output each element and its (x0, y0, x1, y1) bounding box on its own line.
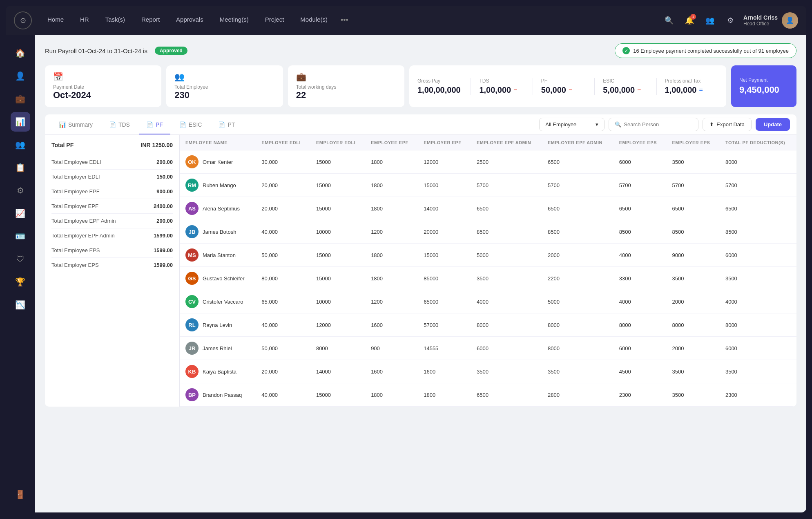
employer-epf-admin: 5700 (542, 174, 613, 197)
employee-eps: 4500 (613, 360, 667, 383)
notification-badge: 1 (690, 14, 696, 20)
employer-edli: 15000 (310, 383, 365, 407)
table-row[interactable]: MS Maria Stanton 50,000 15000 1800 15000… (180, 244, 796, 267)
metrics-card: Gross Pay 1,00,00,000 TDS 1,00,000 − PF (409, 65, 726, 107)
net-payment-label: Net Payment (739, 77, 788, 83)
col-employee-epf: EMPLOYEE EPF (365, 135, 418, 150)
total-pf-deduction: 5700 (720, 174, 796, 197)
summary-row-label: Total Employer EPF Admin (51, 233, 115, 239)
summary-row-label: Total Employer EPF (51, 203, 98, 209)
total-employee-value: 230 (174, 90, 274, 101)
employee-epf: 1600 (365, 313, 418, 337)
employer-eps: 5700 (667, 174, 720, 197)
nav-item-meetings[interactable]: Meeting(s) (212, 13, 256, 28)
data-table-wrap: EMPLOYEE NAME EMPLOYEE EDLI EMPLOYER EDL… (180, 135, 796, 407)
sidebar-item-logout[interactable]: 🚪 (11, 485, 30, 504)
sidebar-item-reports[interactable]: 📈 (11, 204, 30, 223)
professional-tax-label: Professional Tax (665, 78, 710, 84)
employee-name: James Botosh (203, 229, 236, 235)
table-row[interactable]: JB James Botosh 40,000 10000 1200 20000 … (180, 220, 796, 244)
table-header-row: EMPLOYEE NAME EMPLOYEE EDLI EMPLOYER EDL… (180, 135, 796, 150)
employer-epf: 85000 (418, 267, 471, 290)
employer-edli: 15000 (310, 174, 365, 197)
tab-summary[interactable]: 📊 Summary (51, 116, 100, 134)
nav-item-tasks[interactable]: Task(s) (98, 13, 132, 28)
app-logo[interactable]: ⊙ (14, 11, 32, 29)
summary-panel: Total PF INR 1250.00 Total Employee EDLI… (45, 135, 180, 407)
employer-epf: 15000 (418, 174, 471, 197)
table-row[interactable]: RM Ruben Mango 20,000 15000 1800 15000 5… (180, 174, 796, 197)
people-icon[interactable]: 👥 (703, 13, 717, 28)
search-box[interactable]: 🔍 (609, 118, 698, 131)
col-employee-eps: EMPLOYEE EPS (613, 135, 667, 150)
employee-name-cell: CV Cristofer Vaccaro (180, 290, 256, 313)
summary-panel-amount: INR 1250.00 (141, 142, 173, 148)
sidebar-item-settings[interactable]: ⚙ (11, 181, 30, 200)
summary-row-amount: 900.00 (156, 188, 173, 195)
export-button[interactable]: ⬆ Export Data (703, 118, 752, 131)
table-row[interactable]: JR James Rhiel 50,000 8000 900 14555 600… (180, 337, 796, 360)
tab-pt[interactable]: 📄 PT (211, 116, 242, 134)
tds-tab-icon: 📄 (109, 121, 116, 128)
update-button[interactable]: Update (756, 118, 790, 131)
sidebar-item-analytics[interactable]: 📉 (11, 295, 30, 315)
table-row[interactable]: KB Kaiya Baptista 20,000 14000 1600 1600… (180, 360, 796, 383)
employee-eps: 6000 (613, 150, 667, 174)
sidebar-item-home[interactable]: 🏠 (11, 43, 30, 63)
total-working-days-card: 💼 Total working days 22 (288, 65, 404, 107)
nav-item-project[interactable]: Project (258, 13, 292, 28)
employer-epf: 20000 (418, 220, 471, 244)
employee-name-cell: BP Brandon Passaq (180, 383, 256, 407)
search-icon[interactable]: 🔍 (662, 13, 676, 28)
summary-row-label: Total Employee EPS (51, 247, 100, 253)
employer-epf: 1600 (418, 360, 471, 383)
nav-item-hr[interactable]: HR (73, 13, 96, 28)
nav-item-modules[interactable]: Module(s) (293, 13, 335, 28)
employee-eps: 4000 (613, 290, 667, 313)
export-icon: ⬆ (709, 121, 714, 128)
table-row[interactable]: CV Cristofer Vaccaro 65,000 10000 1200 6… (180, 290, 796, 313)
nav-item-report[interactable]: Report (134, 13, 167, 28)
nav-more[interactable]: ••• (337, 13, 352, 28)
tab-pf[interactable]: 📄 PF (139, 116, 170, 134)
people-card-icon: 👥 (174, 72, 274, 82)
summary-row-label: Total Employee EPF (51, 188, 100, 195)
employee-epf: 1200 (365, 220, 418, 244)
summary-row: Total Employee EDLI200.00 (51, 155, 173, 170)
total-pf-deduction: 6500 (720, 197, 796, 220)
employer-edli: 10000 (310, 220, 365, 244)
sidebar-item-briefcase[interactable]: 💼 (11, 89, 30, 109)
nav-item-approvals[interactable]: Approvals (169, 13, 211, 28)
sidebar-item-team[interactable]: 👥 (11, 135, 30, 154)
nav-item-home[interactable]: Home (40, 13, 71, 28)
sidebar-item-profile[interactable]: 👤 (11, 66, 30, 86)
professional-tax-metric: Professional Tax 1,00,000 = (657, 78, 718, 95)
tab-tds[interactable]: 📄 TDS (102, 116, 137, 134)
table-row[interactable]: AS Alena Septimus 20,000 15000 1800 1400… (180, 197, 796, 220)
employer-edli: 12000 (310, 313, 365, 337)
sidebar-item-id[interactable]: 🪪 (11, 226, 30, 246)
sidebar-item-trophy[interactable]: 🏆 (11, 272, 30, 292)
user-info[interactable]: Arnold Criss Head Office 👤 (743, 12, 798, 29)
table-row[interactable]: RL Rayna Levin 40,000 12000 1600 57000 8… (180, 313, 796, 337)
employer-edli: 10000 (310, 290, 365, 313)
search-input[interactable] (624, 121, 692, 128)
employer-edli: 15000 (310, 197, 365, 220)
tab-esic[interactable]: 📄 ESIC (172, 116, 210, 134)
bell-icon[interactable]: 🔔 1 (682, 13, 697, 28)
employee-filter[interactable]: All Employee ▾ (539, 118, 605, 131)
employer-epf-admin: 3500 (542, 360, 613, 383)
table-row[interactable]: OK Omar Kenter 30,000 15000 1800 12000 2… (180, 150, 796, 174)
pf-label: PF (541, 78, 586, 84)
employee-edli: 30,000 (256, 150, 310, 174)
sidebar-item-tasks[interactable]: 📋 (11, 158, 30, 177)
total-pf-deduction: 3500 (720, 360, 796, 383)
sidebar-item-dashboard[interactable]: 📊 (11, 112, 30, 132)
table-row[interactable]: BP Brandon Passaq 40,000 15000 1800 1800… (180, 383, 796, 407)
sidebar-item-shield[interactable]: 🛡 (11, 249, 30, 269)
esic-tab-icon: 📄 (179, 121, 186, 128)
briefcase-card-icon: 💼 (296, 72, 396, 82)
employee-edli: 20,000 (256, 174, 310, 197)
table-row[interactable]: GS Gustavo Schleifer 80,000 15000 1800 8… (180, 267, 796, 290)
gear-icon[interactable]: ⚙ (723, 13, 738, 28)
